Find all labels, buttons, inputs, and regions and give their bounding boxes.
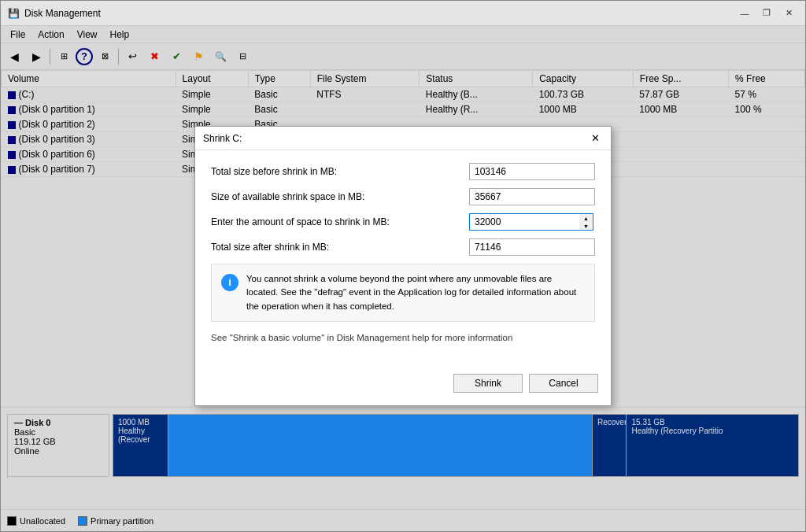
- spinner-up-button[interactable]: ▲: [579, 214, 593, 222]
- dialog-body: Total size before shrink in MB: 103146 S…: [195, 150, 611, 368]
- dialog-overlay: Shrink C: ✕ Total size before shrink in …: [0, 0, 806, 532]
- info-icon: i: [221, 274, 238, 291]
- spinner: ▲ ▼: [579, 213, 593, 231]
- info-text: You cannot shrink a volume beyond the po…: [246, 272, 585, 313]
- form-row-available: Size of available shrink space in MB: 35…: [211, 188, 595, 205]
- label-available: Size of available shrink space in MB:: [211, 191, 469, 202]
- dialog-title-bar: Shrink C: ✕: [195, 127, 611, 150]
- help-text: See "Shrink a basic volume" in Disk Mana…: [211, 333, 595, 342]
- shrink-amount-input[interactable]: [469, 213, 579, 231]
- dialog-footer: Shrink Cancel: [195, 368, 611, 405]
- form-row-total-after: Total size after shrink in MB: 71146: [211, 238, 595, 256]
- dialog-title: Shrink C:: [203, 133, 587, 144]
- value-total-before: 103146: [469, 163, 595, 180]
- shrink-dialog: Shrink C: ✕ Total size before shrink in …: [194, 126, 612, 406]
- dialog-close-button[interactable]: ✕: [587, 131, 603, 146]
- info-box: i You cannot shrink a volume beyond the …: [211, 264, 595, 322]
- value-available: 35667: [469, 188, 595, 205]
- spinner-down-button[interactable]: ▼: [579, 222, 593, 230]
- label-total-before: Total size before shrink in MB:: [211, 166, 469, 177]
- value-total-after: 71146: [469, 238, 595, 256]
- form-row-total-before: Total size before shrink in MB: 103146: [211, 163, 595, 180]
- shrink-amount-input-group: ▲ ▼: [469, 213, 595, 231]
- label-total-after: Total size after shrink in MB:: [211, 242, 469, 253]
- cancel-button[interactable]: Cancel: [529, 374, 598, 393]
- label-shrink-amount: Enter the amount of space to shrink in M…: [211, 216, 469, 227]
- shrink-button[interactable]: Shrink: [453, 374, 523, 393]
- form-row-shrink-amount: Enter the amount of space to shrink in M…: [211, 213, 595, 231]
